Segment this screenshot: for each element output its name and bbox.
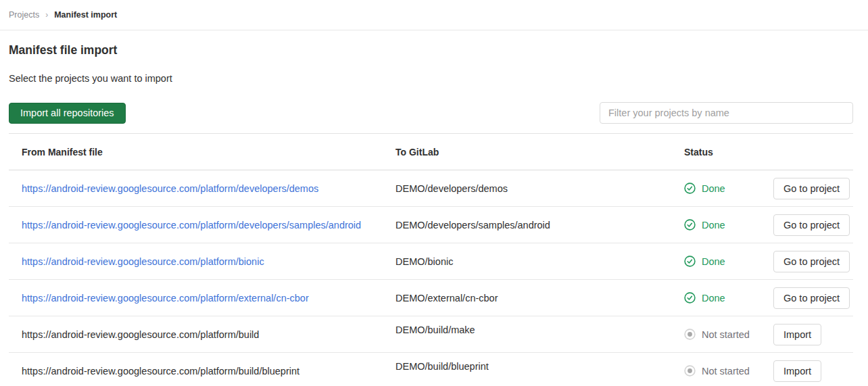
target-path: DEMO/developers/demos bbox=[395, 183, 684, 194]
page-content: Manifest file import Select the projects… bbox=[0, 42, 868, 386]
status-label: Done bbox=[702, 220, 725, 231]
table-row: https://android-review.googlesource.com/… bbox=[9, 170, 853, 207]
table-row: https://android-review.googlesource.com/… bbox=[9, 280, 853, 316]
import-all-repositories-button[interactable]: Import all repositories bbox=[9, 103, 126, 124]
manifest-url-link[interactable]: https://android-review.googlesource.com/… bbox=[22, 183, 318, 194]
manifest-url-link[interactable]: https://android-review.googlesource.com/… bbox=[22, 256, 264, 267]
page-title: Manifest file import bbox=[9, 42, 853, 58]
header-from-manifest-file: From Manifest file bbox=[9, 147, 395, 158]
breadcrumb-separator-icon: › bbox=[45, 10, 48, 20]
breadcrumb-projects-link[interactable]: Projects bbox=[9, 10, 39, 20]
import-button[interactable]: Import bbox=[773, 360, 821, 382]
import-button[interactable]: Import bbox=[773, 324, 821, 345]
go-to-project-button[interactable]: Go to project bbox=[773, 214, 850, 236]
header-to-gitlab: To GitLab bbox=[395, 147, 684, 158]
table-row: https://android-review.googlesource.com/… bbox=[9, 243, 853, 280]
target-path: DEMO/build/blueprint bbox=[395, 361, 489, 372]
target-path: DEMO/bionic bbox=[395, 256, 684, 267]
status-label: Not started bbox=[702, 329, 750, 340]
manifest-url-link[interactable]: https://android-review.googlesource.com/… bbox=[22, 293, 309, 304]
target-path: DEMO/external/cn-cbor bbox=[395, 293, 684, 304]
target-path: DEMO/developers/samples/android bbox=[395, 220, 684, 231]
target-path: DEMO/build/make bbox=[395, 324, 475, 335]
status-label: Done bbox=[702, 293, 725, 304]
filter-projects-input[interactable] bbox=[600, 102, 853, 124]
table-row: https://android-review.googlesource.com/… bbox=[9, 353, 853, 386]
go-to-project-button[interactable]: Go to project bbox=[773, 251, 850, 272]
table-row: https://android-review.googlesource.com/… bbox=[9, 207, 853, 243]
manifest-url-text: https://android-review.googlesource.com/… bbox=[22, 366, 299, 377]
status-label: Not started bbox=[702, 366, 750, 377]
radio-dot-icon bbox=[684, 329, 696, 340]
circle-check-icon bbox=[684, 256, 696, 267]
circle-check-icon bbox=[684, 292, 696, 304]
go-to-project-button[interactable]: Go to project bbox=[773, 178, 850, 199]
breadcrumb-current: Manifest import bbox=[54, 10, 117, 20]
manifest-url-link[interactable]: https://android-review.googlesource.com/… bbox=[22, 220, 361, 231]
toolbar: Import all repositories bbox=[9, 102, 853, 124]
header-status: Status bbox=[684, 147, 773, 158]
circle-check-icon bbox=[684, 183, 696, 194]
circle-check-icon bbox=[684, 219, 696, 231]
go-to-project-button[interactable]: Go to project bbox=[773, 287, 850, 309]
breadcrumb: Projects › Manifest import bbox=[0, 0, 868, 30]
table-row: https://android-review.googlesource.com/… bbox=[9, 316, 853, 353]
table-header-row: From Manifest file To GitLab Status bbox=[9, 134, 853, 170]
radio-dot-icon bbox=[684, 365, 696, 377]
status-label: Done bbox=[702, 183, 725, 194]
page-subtitle: Select the projects you want to import bbox=[9, 72, 853, 85]
manifest-url-text: https://android-review.googlesource.com/… bbox=[22, 329, 259, 340]
status-label: Done bbox=[702, 256, 725, 267]
import-table: From Manifest file To GitLab Status http… bbox=[9, 133, 853, 386]
